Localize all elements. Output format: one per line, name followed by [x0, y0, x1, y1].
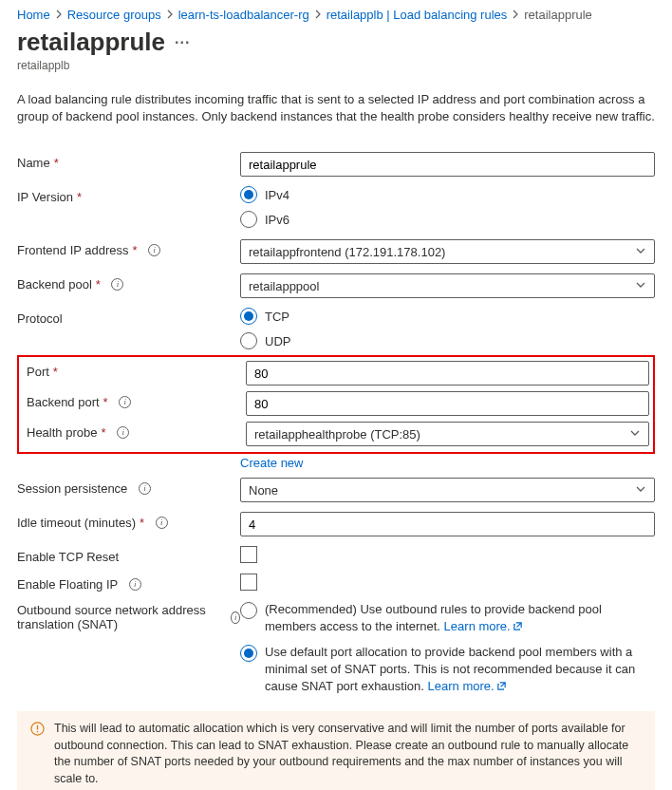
snat-label: Outbound source network address translat… [17, 603, 220, 631]
learn-more-link[interactable]: Learn more. [444, 619, 523, 633]
radio-icon [240, 645, 257, 662]
info-icon[interactable] [148, 244, 160, 256]
info-icon[interactable] [119, 396, 131, 408]
info-icon[interactable] [156, 517, 168, 529]
info-icon[interactable] [117, 426, 129, 439]
info-icon[interactable] [111, 278, 123, 291]
more-icon[interactable]: ··· [175, 34, 190, 51]
svg-rect-2 [37, 731, 38, 732]
page-description: A load balancing rule distributes incomi… [17, 91, 655, 125]
tcpreset-checkbox[interactable] [240, 546, 257, 563]
backendport-label: Backend port [27, 395, 100, 409]
info-icon[interactable] [129, 578, 141, 591]
snat-recommended-radio[interactable]: (Recommended) Use outbound rules to prov… [240, 601, 655, 634]
learn-more-link[interactable]: Learn more. [428, 679, 507, 693]
healthprobe-label: Health probe [27, 425, 97, 440]
ipversion-label: IP Version [17, 190, 73, 204]
breadcrumb-current: retailapprule [524, 8, 592, 22]
external-link-icon [495, 679, 507, 693]
snat-warning: This will lead to automatic allocation w… [17, 711, 655, 790]
name-label: Name [17, 156, 50, 170]
radio-icon [240, 308, 257, 325]
page-title: retailapprule ··· [17, 28, 655, 57]
snat-default-radio[interactable]: Use default port allocation to provide b… [240, 644, 655, 694]
chevron-down-icon [635, 245, 646, 259]
info-icon[interactable] [231, 611, 240, 624]
floating-label: Enable Floating IP [17, 577, 118, 592]
chevron-down-icon [635, 483, 646, 498]
tcp-radio[interactable]: TCP [240, 308, 655, 325]
backendpool-select[interactable]: retailapppool [240, 273, 655, 298]
port-label: Port [27, 365, 49, 379]
breadcrumb-home[interactable]: Home [17, 8, 50, 22]
info-icon[interactable] [139, 482, 151, 495]
udp-radio[interactable]: UDP [240, 332, 655, 349]
radio-icon [240, 211, 257, 228]
create-new-link[interactable]: Create new [240, 456, 303, 470]
warning-text: This will lead to automatic allocation w… [54, 721, 642, 787]
floating-checkbox[interactable] [240, 574, 257, 591]
session-label: Session persistence [17, 481, 127, 496]
name-input[interactable] [240, 152, 655, 177]
svg-rect-1 [37, 725, 38, 730]
healthprobe-select[interactable]: retailapphealthprobe (TCP:85) [246, 422, 649, 446]
chevron-down-icon [629, 427, 641, 442]
chevron-right-icon [165, 8, 175, 22]
chevron-right-icon [54, 8, 64, 22]
breadcrumb-lb[interactable]: retailapplb | Load balancing rules [327, 8, 508, 22]
frontend-select[interactable]: retailappfrontend (172.191.178.102) [240, 239, 655, 264]
session-select[interactable]: None [240, 478, 655, 502]
radio-icon [240, 602, 257, 619]
tcpreset-label: Enable TCP Reset [17, 550, 119, 564]
radio-icon [240, 332, 257, 349]
ipv6-radio[interactable]: IPv6 [240, 211, 655, 228]
highlighted-section: Port* Backend port* Health probe* retail… [17, 355, 655, 454]
external-link-icon [511, 619, 523, 633]
frontend-label: Frontend IP address [17, 243, 129, 257]
chevron-right-icon [313, 8, 323, 22]
port-input[interactable] [246, 361, 649, 386]
ipv4-radio[interactable]: IPv4 [240, 186, 655, 203]
chevron-right-icon [511, 8, 520, 22]
backendpool-label: Backend pool [17, 277, 92, 292]
idle-label: Idle timeout (minutes) [17, 516, 136, 530]
warning-icon [30, 722, 45, 736]
breadcrumb-resource-groups[interactable]: Resource groups [67, 8, 161, 22]
protocol-label: Protocol [17, 311, 63, 326]
breadcrumb-rg-name[interactable]: learn-ts-loadbalancer-rg [178, 8, 309, 22]
backendport-input[interactable] [246, 391, 649, 416]
breadcrumb: Home Resource groups learn-ts-loadbalanc… [17, 8, 655, 22]
idle-input[interactable] [240, 512, 655, 536]
radio-icon [240, 186, 257, 203]
page-subtitle: retailapplb [17, 59, 655, 72]
chevron-down-icon [635, 279, 646, 293]
